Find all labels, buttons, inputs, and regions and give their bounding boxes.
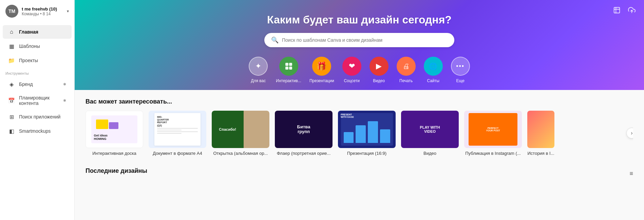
user-sub: Команды • 8 14 xyxy=(22,12,63,16)
category-more-icon: ••• xyxy=(451,57,470,76)
search-icon: 🔍 xyxy=(271,36,279,44)
sidebar-item-brand[interactable]: ◈ Бренд ✱ xyxy=(3,77,72,91)
sidebar-item-label: Главная xyxy=(19,29,38,35)
content-area: Вас может заинтересовать... Get ideasHOM… xyxy=(75,90,644,220)
category-video[interactable]: ▶ Видео xyxy=(370,57,389,83)
svg-rect-4 xyxy=(285,67,288,70)
card-story-thumb xyxy=(527,111,554,148)
sidebar-item-label: Поиск приложений xyxy=(19,114,60,120)
svg-rect-0 xyxy=(614,7,620,13)
card-presentation[interactable]: PRESENTWITH EASE Презентация (16:9) xyxy=(338,111,396,157)
category-presentations-label: Презентации xyxy=(309,78,334,83)
category-more-label: Еще xyxy=(456,78,464,83)
planner-badge: ✱ xyxy=(63,98,66,103)
category-interactive-icon xyxy=(279,57,298,76)
card-instagram-label: Публикация в Instagram (... xyxy=(464,151,522,157)
card-flyer-label: Флаер (портретная ориe... xyxy=(275,151,333,157)
sidebar-item-apps[interactable]: ⊞ Поиск приложений xyxy=(3,110,72,124)
planner-icon: 📅 xyxy=(8,97,15,104)
svg-rect-3 xyxy=(289,63,292,66)
recent-title: Последние дизайны xyxy=(86,167,147,175)
sidebar-item-planner[interactable]: 📅 Планировщик контента ✱ xyxy=(3,92,72,109)
category-sites-label: Сайты xyxy=(427,78,439,83)
home-icon: ⌂ xyxy=(8,29,15,35)
card-postcard-thumb: Спасибо! xyxy=(212,111,269,148)
card-video-label: Видео xyxy=(401,151,459,157)
sidebar-item-templates[interactable]: ▦ Шаблоны xyxy=(3,39,72,53)
hero-categories: ✦ Для вас Интерактив... 🎁 Презентации ❤ … xyxy=(249,57,470,83)
card-flyer-thumb: Битвагрупп xyxy=(275,111,333,148)
avatar: TM xyxy=(5,5,18,18)
category-print[interactable]: 🖨 Печать xyxy=(397,57,416,83)
card-doc-label: Документ в формате А4 xyxy=(149,151,206,157)
category-presentations[interactable]: 🎁 Презентации xyxy=(309,57,334,83)
category-presentations-icon: 🎁 xyxy=(312,57,331,76)
sidebar: TM t me freehvb (10) Команды • 8 14 ▾ ⌂ … xyxy=(0,0,75,220)
tools-section-label: Инструменты xyxy=(0,68,74,77)
category-for-you-icon: ✦ xyxy=(249,57,268,76)
cards-next-button[interactable]: › xyxy=(626,128,633,139)
brand-icon: ◈ xyxy=(8,81,15,88)
apps-icon: ⊞ xyxy=(8,113,15,120)
recent-header: Последние дизайны ≡ xyxy=(86,167,633,180)
category-video-label: Видео xyxy=(373,78,385,83)
suggestions-cards-row: Get ideasHOMING Интерактивная доска MID-… xyxy=(86,111,633,157)
card-postcard-label: Открытка (альбомная ор... xyxy=(212,151,269,157)
hero-banner: Каким будет ваш дизайн сегодня? 🔍 ✦ Для … xyxy=(75,0,644,90)
category-for-you-label: Для вас xyxy=(251,78,266,83)
templates-icon: ▦ xyxy=(8,43,15,50)
category-video-icon: ▶ xyxy=(370,57,389,76)
category-for-you[interactable]: ✦ Для вас xyxy=(249,57,268,83)
card-instagram[interactable]: PERFECTYOUR POST Публикация в Instagram … xyxy=(464,111,522,157)
sidebar-item-label: Планировщик контента xyxy=(19,95,59,106)
svg-rect-5 xyxy=(289,67,292,70)
card-video[interactable]: PLAY WITHVIDEO Видео xyxy=(401,111,459,157)
sidebar-item-label: Шаблоны xyxy=(19,43,40,49)
card-instagram-thumb: PERFECTYOUR POST xyxy=(464,111,522,148)
resize-icon[interactable] xyxy=(611,5,622,16)
card-video-thumb: PLAY WITHVIDEO xyxy=(401,111,459,148)
card-doc-thumb: MID-QUARTERREPORT(Q2) xyxy=(149,111,206,148)
brand-badge: ✱ xyxy=(63,82,66,87)
card-presentation-thumb: PRESENTWITH EASE xyxy=(338,111,396,148)
sidebar-nav: ⌂ Главная ▦ Шаблоны 📁 Проекты Инструмент… xyxy=(0,22,74,141)
category-social[interactable]: ❤ Соцсети xyxy=(342,57,361,83)
search-input[interactable] xyxy=(282,37,448,43)
category-social-icon: ❤ xyxy=(342,57,361,76)
category-sites[interactable]: 🌐 Сайты xyxy=(424,57,443,83)
user-profile[interactable]: TM t me freehvb (10) Команды • 8 14 ▾ xyxy=(0,0,74,22)
hero-title: Каким будет ваш дизайн сегодня? xyxy=(267,14,452,26)
card-flyer[interactable]: Битвагрупп Флаер (портретная ориe... xyxy=(275,111,333,157)
category-print-icon: 🖨 xyxy=(397,57,416,76)
main-content: Каким будет ваш дизайн сегодня? 🔍 ✦ Для … xyxy=(75,0,644,220)
sidebar-item-home[interactable]: ⌂ Главная xyxy=(3,25,72,39)
category-interactive-label: Интерактив... xyxy=(276,78,301,83)
category-social-label: Соцсети xyxy=(344,78,360,83)
card-whiteboard-label: Интерактивная доска xyxy=(86,151,143,157)
card-presentation-label: Презентация (16:9) xyxy=(338,151,396,157)
upload-cloud-icon[interactable] xyxy=(626,5,637,16)
sidebar-item-label: Проекты xyxy=(19,58,38,63)
suggestions-title: Вас может заинтересовать... xyxy=(86,98,633,105)
card-story[interactable]: История в I... xyxy=(527,111,554,157)
sidebar-item-label: Бренд xyxy=(19,81,33,87)
card-postcard[interactable]: Спасибо! Открытка (альбомная ор... xyxy=(212,111,269,157)
card-doc-a4[interactable]: MID-QUARTERREPORT(Q2) Документ в формате… xyxy=(149,111,206,157)
list-view-icon[interactable]: ≡ xyxy=(629,170,633,177)
user-name: t me freehvb (10) xyxy=(22,6,63,12)
user-info: t me freehvb (10) Команды • 8 14 xyxy=(22,6,63,16)
category-print-label: Печать xyxy=(399,78,413,83)
card-whiteboard[interactable]: Get ideasHOMING Интерактивная доска xyxy=(86,111,143,157)
sidebar-item-projects[interactable]: 📁 Проекты xyxy=(3,54,72,67)
hero-search-bar[interactable]: 🔍 xyxy=(264,33,454,47)
card-whiteboard-thumb: Get ideasHOMING xyxy=(86,111,143,148)
category-interactive[interactable]: Интерактив... xyxy=(276,57,301,83)
category-sites-icon: 🌐 xyxy=(424,57,443,76)
svg-rect-2 xyxy=(285,63,288,66)
smartmockups-icon: ◧ xyxy=(8,128,15,134)
sidebar-item-smartmockups[interactable]: ◧ Smartmockups xyxy=(3,124,72,138)
hero-top-right-actions xyxy=(611,5,637,16)
card-story-label: История в I... xyxy=(527,151,554,157)
category-more[interactable]: ••• Еще xyxy=(451,57,470,83)
projects-icon: 📁 xyxy=(8,57,15,64)
